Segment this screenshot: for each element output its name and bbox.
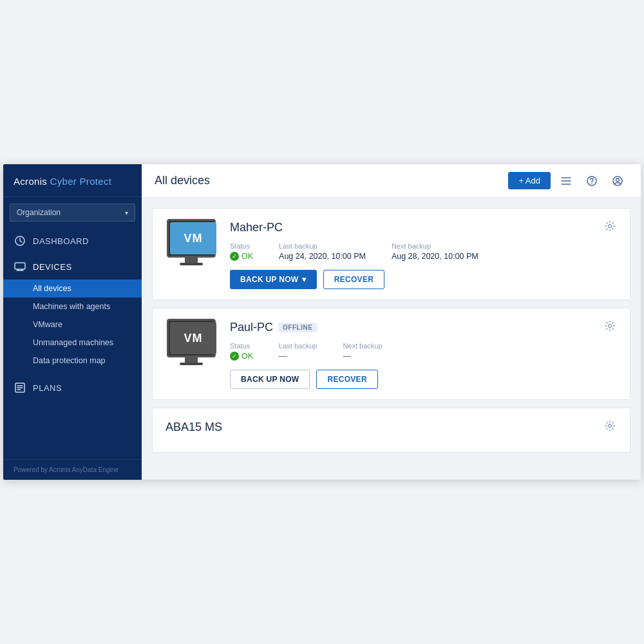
device-name-maher-pc: Maher-PC xyxy=(230,221,283,234)
svg-point-7 xyxy=(609,225,612,228)
back-up-now-button-paul-pc[interactable]: BACK UP NOW xyxy=(230,370,310,389)
last-backup-block: Last backup Aug 24, 2020, 10:00 PM xyxy=(279,242,366,261)
device-card-paul-pc: VM Paul-PC OFFLINE xyxy=(152,308,630,400)
status-label: Status xyxy=(230,242,253,250)
logo-product-span: Cyber Protect xyxy=(50,176,112,187)
status-block: Status ✓ OK xyxy=(230,242,253,261)
next-backup-block-paul: Next backup — xyxy=(343,342,382,361)
device-info-aba15-ms: ABA15 MS xyxy=(166,419,617,442)
next-backup-label: Next backup xyxy=(392,242,478,250)
device-card-maher-pc: VM Maher-PC xyxy=(152,208,630,300)
device-settings-button-aba15-ms[interactable] xyxy=(603,419,617,435)
sidebar-item-unmanaged-machines[interactable]: Unmanaged machines xyxy=(3,334,142,352)
status-label-paul: Status xyxy=(230,342,253,350)
last-backup-label: Last backup xyxy=(279,242,366,250)
status-value: ✓ OK xyxy=(230,252,253,261)
devices-label: DEVICES xyxy=(33,262,72,272)
device-name-aba15-ms: ABA15 MS xyxy=(166,421,222,434)
content-area: VM Maher-PC xyxy=(142,198,641,480)
dashboard-icon xyxy=(14,234,26,247)
offline-badge: OFFLINE xyxy=(278,323,317,332)
device-info-paul-pc: Paul-PC OFFLINE xyxy=(230,319,617,389)
sidebar-footer: Powered by Acronis AnyData Engine xyxy=(3,459,142,480)
back-up-now-button-maher-pc[interactable]: BACK UP NOW ▾ xyxy=(230,270,317,289)
sidebar-item-machines-with-agents[interactable]: Machines with agents xyxy=(3,298,142,316)
vm-screen-maher: VM xyxy=(170,222,216,254)
device-name-paul-pc: Paul-PC OFFLINE xyxy=(230,321,317,334)
status-value-paul: ✓ OK xyxy=(230,352,253,361)
device-icon-paul-pc: VM xyxy=(166,319,217,365)
sidebar-item-dashboard[interactable]: DASHBOARD xyxy=(3,228,142,254)
dropdown-arrow-icon: ▾ xyxy=(302,275,306,284)
help-button[interactable] xyxy=(582,171,602,191)
topbar: All devices + Add xyxy=(142,164,641,198)
device-settings-button-maher-pc[interactable] xyxy=(603,219,617,236)
plans-label: PLANS xyxy=(33,383,62,393)
chevron-down-icon: ▾ xyxy=(125,209,128,216)
recover-button-maher-pc[interactable]: RECOVER xyxy=(323,270,384,289)
sidebar-item-vmware[interactable]: VMware xyxy=(3,316,142,334)
device-info-maher-pc: Maher-PC Status xyxy=(230,219,617,289)
topbar-actions: + Add xyxy=(508,171,628,191)
devices-icon xyxy=(14,260,26,273)
device-actions-paul-pc: BACK UP NOW RECOVER xyxy=(230,370,617,389)
status-block-paul: Status ✓ OK xyxy=(230,342,253,361)
last-backup-label-paul: Last backup xyxy=(279,342,317,350)
device-card-aba15-ms: ABA15 MS xyxy=(152,408,630,453)
ok-check-icon-paul: ✓ xyxy=(230,352,239,361)
sidebar-item-all-devices[interactable]: All devices xyxy=(3,279,142,298)
device-settings-button-paul-pc[interactable] xyxy=(603,319,617,336)
svg-rect-1 xyxy=(15,263,25,269)
logo-brand: Acronis xyxy=(14,176,47,187)
user-account-button[interactable] xyxy=(607,171,628,191)
svg-point-8 xyxy=(609,325,612,328)
vm-screen-paul: VM xyxy=(170,322,216,354)
svg-point-9 xyxy=(609,424,612,428)
add-button[interactable]: + Add xyxy=(508,172,551,189)
plans-icon xyxy=(14,381,26,394)
sidebar: Acronis Cyber Protect Organization ▾ xyxy=(3,164,142,480)
device-stats-maher-pc: Status ✓ OK Last backup Aug 24, 2020, 10… xyxy=(230,242,617,261)
org-selector[interactable]: Organization ▾ xyxy=(10,204,135,222)
next-backup-block: Next backup Aug 28, 2020, 10:00 PM xyxy=(392,242,478,261)
device-actions-maher-pc: BACK UP NOW ▾ RECOVER xyxy=(230,270,617,289)
sidebar-nav: DASHBOARD DEVICES All devices xyxy=(3,228,142,459)
sidebar-item-plans[interactable]: PLANS xyxy=(3,375,142,401)
next-backup-label-paul: Next backup xyxy=(343,342,382,350)
dashboard-label: DASHBOARD xyxy=(33,236,89,246)
sidebar-item-devices[interactable]: DEVICES xyxy=(3,254,142,279)
last-backup-block-paul: Last backup — xyxy=(279,342,317,361)
next-backup-value: Aug 28, 2020, 10:00 PM xyxy=(392,252,478,261)
recover-button-paul-pc[interactable]: RECOVER xyxy=(316,370,377,389)
page-title: All devices xyxy=(155,174,210,187)
device-icon-maher-pc: VM xyxy=(166,219,217,265)
svg-point-4 xyxy=(591,183,592,184)
last-backup-value: Aug 24, 2020, 10:00 PM xyxy=(279,252,366,261)
sidebar-item-data-protection-map[interactable]: Data protection map xyxy=(3,352,142,370)
device-stats-paul-pc: Status ✓ OK Last backup — xyxy=(230,342,617,361)
next-backup-value-paul: — xyxy=(343,352,382,361)
main-content: All devices + Add xyxy=(142,164,641,480)
ok-check-icon: ✓ xyxy=(230,252,239,261)
sub-nav: All devices Machines with agents VMware … xyxy=(3,279,142,370)
list-view-button[interactable] xyxy=(556,171,576,191)
last-backup-value-paul: — xyxy=(279,352,317,361)
svg-point-6 xyxy=(616,178,620,182)
sidebar-logo: Acronis Cyber Protect xyxy=(3,164,142,197)
